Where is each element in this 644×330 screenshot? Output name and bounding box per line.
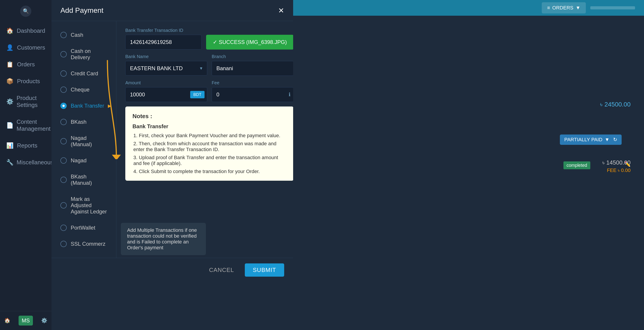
sidebar-label-product-settings: Product Settings	[16, 95, 45, 108]
cancel-button[interactable]: CANCEL	[203, 263, 240, 277]
sidebar-item-orders[interactable]: 📋 Orders	[0, 56, 52, 73]
payment-method-portwallet[interactable]: PortWallet	[58, 221, 110, 235]
label-portwallet: PortWallet	[71, 225, 95, 231]
sidebar-label-products: Products	[17, 78, 40, 85]
currency-badge: BDT	[190, 91, 204, 98]
amount-label: Amount	[125, 80, 207, 85]
sidebar-item-products[interactable]: 📦 Products	[0, 73, 52, 90]
sidebar-logo: 🔍	[19, 5, 32, 18]
radio-portwallet[interactable]	[60, 225, 67, 231]
bottom-ms-avatar[interactable]: MS	[18, 316, 33, 325]
submit-button[interactable]: SUBMIT	[245, 263, 284, 277]
bank-name-select-wrapper: EASTERN BANK LTD ▼	[125, 61, 207, 76]
search-icon[interactable]: 🔍	[20, 6, 31, 17]
sidebar-item-product-settings[interactable]: ⚙️ Product Settings	[0, 90, 52, 113]
sidebar: 🔍 🏠 Dashboard 👤 Customers 📋 Orders 📦 Pro…	[0, 0, 52, 330]
sidebar-item-reports[interactable]: 📊 Reports	[0, 137, 52, 154]
edit-icon[interactable]: ✏️	[624, 161, 630, 167]
sidebar-item-dashboard[interactable]: 🏠 Dashboard	[0, 23, 52, 39]
bank-name-group: Bank Name EASTERN BANK LTD ▼	[125, 54, 207, 76]
radio-mark-adjusted[interactable]	[60, 202, 67, 209]
fee-input[interactable]	[212, 87, 293, 102]
payment-methods-list: Cash Cash on Delivery Credit Card Cheque…	[52, 21, 116, 258]
branch-group: Branch	[212, 54, 293, 76]
sidebar-label-reports: Reports	[17, 142, 37, 149]
progress-bar	[590, 6, 635, 10]
reports-icon: 📊	[6, 142, 14, 149]
add-payment-modal: Add Payment ✕ Cash Cash on Delivery Cred…	[52, 0, 293, 282]
label-bank-transfer: Bank Transfer	[71, 103, 104, 109]
orders-icon: 📋	[6, 61, 14, 68]
radio-ssl-commerz[interactable]	[60, 241, 67, 247]
dropdown-arrow: ▼	[576, 5, 580, 11]
radio-bank-transfer[interactable]	[60, 103, 67, 109]
misc-icon: 🔧	[6, 159, 13, 166]
sidebar-item-miscellaneous[interactable]: 🔧 Miscellaneous	[0, 154, 52, 171]
sidebar-label-content-management: Content Management	[16, 118, 50, 132]
bank-name-select[interactable]: EASTERN BANK LTD	[125, 61, 207, 76]
label-bkash-manual: BKash (Manual)	[71, 174, 107, 186]
label-cash: Cash	[71, 32, 83, 38]
orders-icon: ≡	[547, 5, 550, 11]
radio-cheque[interactable]	[60, 87, 67, 93]
payment-method-cash[interactable]: Cash	[58, 28, 110, 42]
payment-method-nagad[interactable]: Nagad	[58, 153, 110, 168]
fee-info-icon: ℹ	[289, 92, 290, 97]
transaction-id-group: Bank Transfer Transaction ID	[125, 28, 202, 50]
modal-footer: CANCEL SUBMIT	[52, 258, 293, 282]
payment-method-bank-transfer[interactable]: Bank Transfer ▶	[58, 99, 110, 113]
payment-method-nagad-manual[interactable]: Nagad (Manual)	[58, 131, 110, 151]
sidebar-item-content-management[interactable]: 📄 Content Management	[0, 113, 52, 137]
label-mark-adjusted: Mark as Adjusted Against Ledger	[71, 196, 107, 215]
label-nagad-manual: Nagad (Manual)	[71, 135, 107, 147]
payment-method-credit-card[interactable]: Credit Card	[58, 66, 110, 81]
sidebar-label-customers: Customers	[17, 44, 45, 51]
label-nagad: Nagad	[71, 157, 86, 164]
success-button-group: placeholder ✓ SUCCESS (IMG_6398.JPG)	[206, 28, 293, 50]
orders-button[interactable]: ≡ ORDERS ▼	[542, 2, 586, 14]
branch-input[interactable]	[212, 61, 293, 76]
transaction-id-label: Bank Transfer Transaction ID	[125, 28, 202, 33]
notes-item-1: 1. First, check your Bank Payment Vouche…	[132, 133, 286, 138]
radio-bkash-manual[interactable]	[60, 177, 67, 183]
radio-bkash[interactable]	[60, 119, 67, 125]
notes-item-4: 4. Click Submit to complete the transact…	[132, 169, 286, 175]
sidebar-item-customers[interactable]: 👤 Customers	[0, 39, 52, 56]
products-icon: 📦	[6, 78, 14, 85]
partially-paid-badge[interactable]: PARTIALLY PAID ▼ ↻	[560, 134, 622, 145]
notes-list: 1. First, check your Bank Payment Vouche…	[132, 133, 286, 175]
bottom-settings-button[interactable]: ⚙️	[41, 318, 47, 323]
payment-method-bkash-manual[interactable]: BKash (Manual)	[58, 170, 110, 190]
payment-method-mark-adjusted[interactable]: Mark as Adjusted Against Ledger	[58, 192, 110, 219]
label-bkash: BKash	[71, 119, 86, 125]
selected-arrow-indicator: ▶	[108, 103, 111, 108]
refresh-icon[interactable]: ↻	[613, 137, 617, 142]
transaction-id-input[interactable]	[125, 35, 202, 50]
radio-nagad[interactable]	[60, 157, 67, 164]
radio-credit-card[interactable]	[60, 70, 67, 77]
bottom-home-button[interactable]: 🏠	[4, 318, 10, 323]
radio-nagad-manual[interactable]	[60, 138, 67, 144]
modal-header: Add Payment ✕	[52, 0, 293, 21]
notes-item-2: 2. Then, check from which account the tr…	[132, 141, 286, 152]
home-icon: 🏠	[6, 27, 13, 34]
amount-fee-row: Amount BDT Fee ℹ	[125, 80, 293, 102]
radio-cash-on-delivery[interactable]	[60, 51, 67, 57]
payment-method-cheque[interactable]: Cheque	[58, 83, 110, 97]
modal-body: Cash Cash on Delivery Credit Card Cheque…	[52, 21, 293, 258]
payment-form: Bank Transfer Transaction ID placeholder…	[116, 21, 293, 258]
bank-branch-row: Bank Name EASTERN BANK LTD ▼ Branch	[125, 54, 293, 76]
dropdown-chevron: ▼	[604, 137, 610, 142]
payment-method-ssl-commerz[interactable]: SSL Commerz	[58, 237, 110, 251]
notes-title: Notes :	[132, 113, 286, 120]
label-cash-on-delivery: Cash on Delivery	[71, 48, 107, 61]
transaction-id-row: Bank Transfer Transaction ID placeholder…	[125, 28, 293, 50]
sidebar-bottom: 🏠 MS ⚙️	[0, 311, 52, 330]
payment-method-bkash[interactable]: BKash	[58, 115, 110, 129]
payment-method-cash-on-delivery[interactable]: Cash on Delivery	[58, 44, 110, 65]
background-amount: ৳ 24500.00	[600, 101, 630, 108]
radio-cash[interactable]	[60, 32, 67, 38]
tooltip-box: Add Multiple Transactions if one transac…	[121, 223, 206, 255]
success-upload-button[interactable]: ✓ SUCCESS (IMG_6398.JPG)	[206, 35, 293, 50]
close-button[interactable]: ✕	[278, 7, 284, 14]
